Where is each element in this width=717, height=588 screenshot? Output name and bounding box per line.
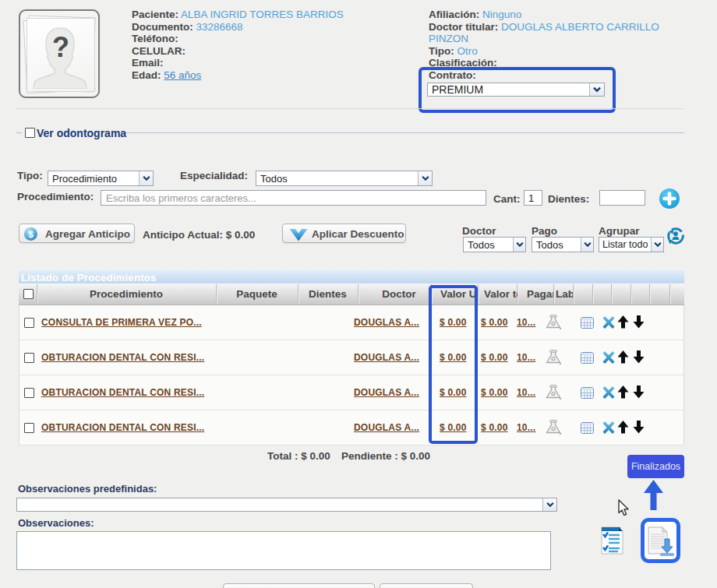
- svg-text:?: ?: [52, 31, 69, 63]
- svg-text:$: $: [28, 230, 33, 239]
